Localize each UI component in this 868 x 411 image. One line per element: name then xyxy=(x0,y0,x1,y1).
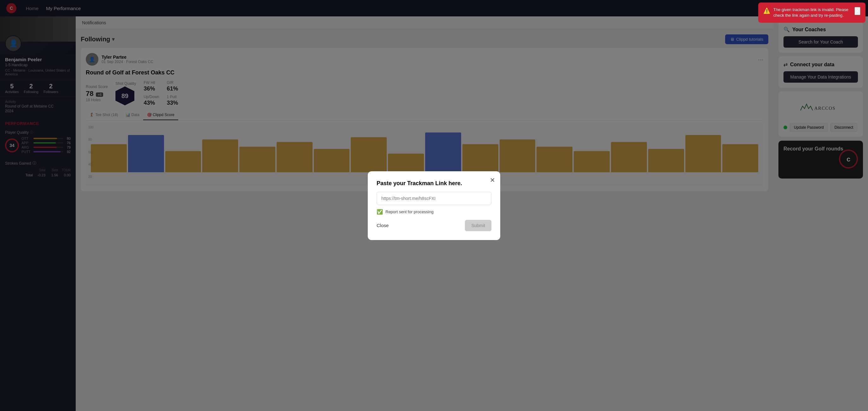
success-text: Report sent for processing xyxy=(385,210,433,214)
success-icon: ✅ xyxy=(377,209,383,215)
toast-close-button[interactable]: ✕ xyxy=(855,7,861,15)
modal-submit-button[interactable]: Submit xyxy=(465,220,491,231)
toast-message: The given trackman link is invalid. Plea… xyxy=(773,7,851,18)
modal-close-button[interactable]: Close xyxy=(377,223,389,228)
trackman-link-input[interactable] xyxy=(377,192,491,205)
modal-success-message: ✅ Report sent for processing xyxy=(377,209,491,215)
error-toast: ⚠️ The given trackman link is invalid. P… xyxy=(758,2,866,23)
close-label: Close xyxy=(377,223,389,228)
trackman-modal: Paste your Trackman Link here. ✕ ✅ Repor… xyxy=(368,171,500,240)
modal-overlay: Paste your Trackman Link here. ✕ ✅ Repor… xyxy=(0,0,868,411)
modal-title: Paste your Trackman Link here. xyxy=(377,180,491,187)
submit-label: Submit xyxy=(471,223,485,228)
modal-actions: Close Submit xyxy=(377,220,491,231)
modal-close-x-button[interactable]: ✕ xyxy=(490,176,495,184)
warning-icon: ⚠️ xyxy=(763,7,770,14)
